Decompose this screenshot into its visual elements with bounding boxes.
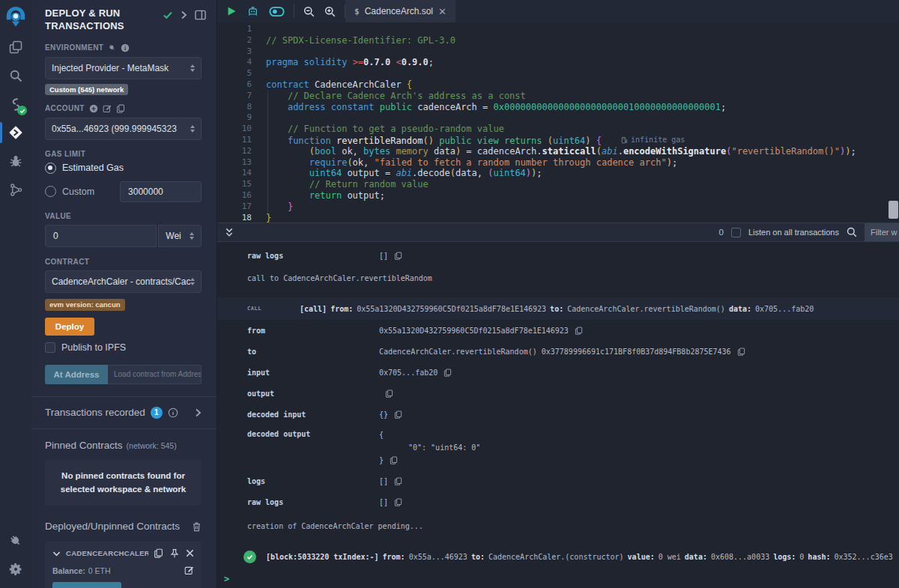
copy-icon[interactable] (737, 348, 745, 356)
sidebar-item-git[interactable] (0, 175, 31, 204)
code-line: 10 // Function to get a pseudo-random va… (217, 124, 899, 135)
code-line: 8 address constant public cadenceArch = … (217, 102, 899, 113)
transactions-recorded-row[interactable]: Transactions recorded 1 (31, 397, 217, 428)
terminal[interactable]: raw logs[]call to CadenceArchCaler.rever… (217, 242, 899, 588)
line-number: 15 (217, 179, 252, 190)
chevron-down-icon[interactable] (52, 551, 61, 557)
contract-select[interactable]: CadenceArchCaler - contracts/Cac (45, 270, 202, 293)
terminal-value: CadenceArchCaler.revertibleRandom() 0x37… (379, 348, 745, 356)
sidebar-item-file-explorer[interactable] (0, 33, 31, 61)
sidebar-item-search[interactable] (0, 61, 31, 90)
sidebar-item-deploy-run[interactable] (0, 118, 31, 147)
deploy-button[interactable]: Deploy (45, 318, 94, 336)
estimated-gas-radio[interactable] (45, 163, 56, 174)
close-icon[interactable] (186, 549, 194, 557)
line-number: 5 (217, 68, 252, 79)
copy-icon[interactable] (394, 252, 402, 260)
cadencearch-button[interactable]: cadenceArch (52, 582, 121, 588)
edit-icon[interactable] (184, 566, 194, 575)
remix-logo[interactable] (0, 0, 31, 33)
compile-success-badge (17, 106, 27, 115)
terminal-prompt[interactable]: > (224, 574, 229, 584)
ai-assistant-icon[interactable] (246, 5, 259, 17)
solidity-file-icon: $ (354, 7, 360, 16)
zoom-out-icon[interactable] (303, 6, 315, 17)
copy-icon[interactable] (394, 477, 402, 485)
environment-select[interactable]: Injected Provider - MetaMask (45, 57, 202, 79)
pinned-contracts-title: Pinned Contracts (45, 440, 123, 451)
toggle-icon[interactable] (269, 6, 285, 17)
at-address-input[interactable]: Load contract from Addres (108, 365, 202, 384)
line-number: 6 (217, 79, 252, 91)
info-icon[interactable] (168, 407, 178, 418)
pin-icon[interactable] (170, 548, 179, 558)
code-line: 14 uint64 output = abi.decode(data, (uin… (217, 168, 899, 179)
plugin-manager-icon (5, 530, 26, 551)
terminal-call-row[interactable]: call[call]from:0x55a1320D432759960C5Df02… (217, 297, 899, 320)
copy-icon[interactable] (390, 456, 398, 464)
copy-icon[interactable] (394, 498, 402, 506)
success-check-icon (243, 551, 256, 563)
search-icon[interactable] (847, 227, 857, 237)
publish-ipfs-checkbox[interactable] (45, 342, 55, 353)
call-details: [call]from:0x55a1320D432759960C5Df0215a8… (300, 305, 817, 313)
gas-estimate-annotation: infinite gas (621, 135, 685, 146)
copy-icon[interactable] (385, 390, 393, 398)
account-select[interactable]: 0x55a...46923 (999.999945323 (45, 118, 202, 140)
select-stepper-icon (190, 125, 195, 133)
terminal-value: [] (379, 498, 402, 506)
terminal-kv-block: decoded output{"0": "uint64: 0"} (217, 425, 899, 470)
close-icon[interactable]: ✕ (438, 7, 447, 16)
contract-function-buttons: cadenceArch revertibleRa... (52, 582, 194, 588)
code-editor[interactable]: 12// SPDX-License-Identifier: GPL-3.034p… (217, 22, 899, 222)
editor-toolbar: $ CadenceArch.sol ✕ (217, 0, 899, 22)
code-line: 6contract CadenceArchCaler { (217, 79, 899, 91)
pinned-empty-message: No pinned contracts found for selected w… (45, 460, 202, 506)
zoom-in-icon[interactable] (324, 6, 336, 17)
run-script-icon[interactable] (226, 6, 237, 16)
terminal-key: raw logs (247, 498, 379, 506)
balance-value: 0 ETH (88, 566, 111, 575)
at-address-button[interactable]: At Address (45, 365, 108, 384)
icon-rail (0, 0, 31, 588)
copy-icon[interactable] (575, 327, 583, 335)
terminal-filter-input[interactable] (865, 222, 899, 242)
custom-gas-input[interactable]: 3000000 (120, 181, 202, 202)
value-unit-select[interactable]: Wei (158, 225, 202, 247)
copy-icon[interactable] (154, 548, 163, 558)
terminal-value: [] (379, 477, 402, 485)
sidebar-item-debugger[interactable] (0, 147, 31, 175)
pin-panel-icon[interactable] (195, 10, 206, 20)
sidebar-item-solidity-compiler[interactable] (0, 90, 31, 118)
terminal-kv-row: raw logs[] (217, 245, 899, 266)
terminal-success-row[interactable]: [block:5033220 txIndex:-]from:0x55a...46… (217, 544, 899, 569)
plug-small-icon[interactable] (106, 42, 118, 54)
editor-scrollbar[interactable] (889, 201, 898, 219)
sidebar-item-plugin-manager[interactable] (0, 527, 31, 555)
line-number: 8 (217, 102, 252, 113)
double-chevron-down-icon[interactable] (225, 228, 234, 237)
line-number: 2 (217, 35, 252, 46)
custom-gas-radio[interactable] (45, 186, 56, 197)
tab-cadencearch-sol[interactable]: $ CadenceArch.sol ✕ (345, 0, 455, 22)
terminal-text: creation of CadenceArchCaler pending... (247, 522, 423, 530)
line-number: 4 (217, 57, 252, 68)
panel-title: DEPLOY & RUN TRANSACTIONS (45, 7, 150, 33)
listen-all-checkbox[interactable] (731, 228, 741, 237)
gas-limit-label: GAS LIMIT (45, 150, 85, 158)
call-tag: call (247, 306, 300, 312)
value-input[interactable]: 0 (45, 225, 157, 247)
chevron-right-icon[interactable] (195, 408, 202, 417)
sidebar-item-settings[interactable] (0, 555, 31, 584)
copy-icon[interactable] (116, 104, 125, 113)
info-icon[interactable]: i (121, 43, 130, 52)
copy-icon[interactable] (394, 410, 402, 419)
code-line: 2// SPDX-License-Identifier: GPL-3.0 (217, 35, 899, 46)
trash-icon[interactable] (192, 521, 202, 532)
terminal-text-row: creation of CadenceArchCaler pending... (217, 515, 899, 536)
chevron-right-icon[interactable] (181, 10, 187, 19)
edit-icon[interactable] (103, 104, 112, 113)
add-account-icon[interactable] (89, 104, 98, 113)
copy-icon[interactable] (444, 369, 452, 377)
line-number: 14 (217, 168, 252, 179)
